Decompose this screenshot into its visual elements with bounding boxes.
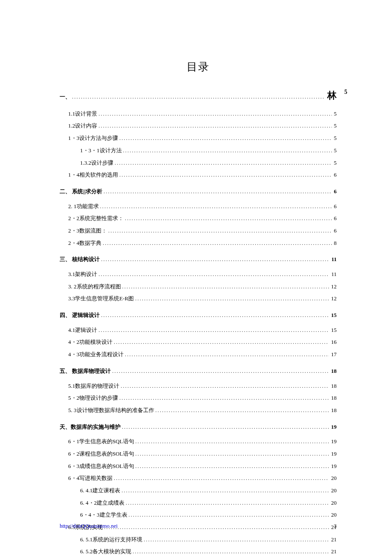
toc-entry-label: 4.1逻辑设计 [68,325,97,336]
toc-entry: 2・4数据字典8 [60,238,337,249]
toc-leader-dots [125,213,332,224]
toc-entry: 6. 4.1建立课程表20 [60,485,337,496]
toc-leader-dots [100,201,332,212]
toc-entry-label: 6. 4.1建立课程表 [80,485,120,496]
toc-leader-dots [144,535,329,545]
toc-entry: 1・4相关软件的选用6 [60,170,337,180]
toc-leader-dots [72,92,324,102]
toc-entry-page: 19 [330,461,337,472]
toc-entry-label: 2. 1功能需求 [68,201,99,212]
toc-entry-label: 1.1设计背景 [68,109,97,119]
toc-entry: 5・2物理设计的步骤18 [60,393,337,404]
toc-entry: 2・2系统完整性需求：6 [60,213,337,224]
toc-entry-label: 1.3.2设计步骤 [80,158,113,169]
toc-entry: 天、数据库的实施与维护19 [60,422,337,433]
toc-entry: 6. 5.1系统的运行支持环境21 [60,535,337,545]
toc-entry-label: 6・1学生信息表的SQL语句 [68,436,134,447]
toc-entry-label: 四、 逻辑辑设计 [60,310,100,321]
footer-link[interactable]: http://donQQuananmo.nei [60,523,118,529]
toc-entry-label: 5. 3设计物理数据库结构的准备工作 [68,405,154,416]
toc-entry-page: 林 [326,87,337,105]
toc-entry: 1.3.2设计步骤5 [60,158,337,169]
toc-entry-page: 20 [330,498,337,509]
toc-entry: 1・3设计方法与步骤5 [60,133,337,144]
toc-entry-label: 二、 系统||求分析 [60,186,102,197]
toc-entry-label: 6. 5.1系统的运行支持环境 [80,535,142,545]
toc-entry: 6・1学生信息表的SQL语句19 [60,436,337,447]
toc-entry-page: 15 [330,310,337,321]
toc-entry: 1.2设计内容5 [60,121,337,131]
toc-entry-page: 12 [330,293,337,304]
toc-leader-dots [98,121,331,131]
toc-leader-dots [133,546,329,555]
toc-entry-page: 6 [333,226,337,236]
toc-entry: 6. 5.2各大模块的实现21 [60,546,337,555]
toc-entry-label: 6. 5.2各大模块的实现 [80,546,131,555]
toc-leader-dots [122,282,329,292]
toc-entry-label: 一、 [60,92,71,102]
toc-entry: 6. 4・2建立成绩表20 [60,498,337,509]
toc-entry: 3.1架构设计11 [60,269,337,280]
toc-entry: 五、 数据库物理设计18 [60,366,337,377]
toc-entry-label: 6・4写进相关数据 [68,473,112,484]
toc-entry: 三、 核结构设计11 [60,254,337,265]
toc-entry-page: 18 [330,381,337,392]
toc-entry: 2. 1功能需求6 [60,201,337,212]
toc-entry: 1.1设计背景5 [60,109,337,119]
toc-entry: 3. 2系统的程序流程图12 [60,282,337,292]
toc-leader-dots [101,310,329,321]
toc-leader-dots [101,254,329,265]
toc-entry: 四、 逻辑辑设计15 [60,310,337,321]
toc-entry-page: 20 [330,510,337,520]
toc-entry-label: 6・3成绩信息表的SOL语句 [68,461,134,472]
toc-leader-dots [104,186,332,197]
toc-entry-page: 6 [333,201,337,212]
toc-leader-dots [135,449,329,459]
toc-entry-label: 4・3功能业务流程设计 [68,349,124,360]
toc-leader-dots [108,226,332,236]
toc-entry-page: 11 [331,254,337,265]
toc-leader-dots [98,325,329,336]
toc-entry-page: 5 [333,121,337,131]
toc-leader-dots [121,381,329,392]
toc-entry-page: 6 [333,186,337,197]
toc-entry-page: 20 [330,473,337,484]
toc-entry-page: 16 [330,337,337,348]
toc-container: 一、林51.1设计背景51.2设计内容51・3设计方法与步骤51・3・1设计方法… [60,87,337,555]
toc-entry-page: 5 [333,145,337,156]
toc-leader-dots [126,498,329,509]
toc-leader-dots [114,337,329,348]
toc-entry: 一、林5 [60,87,337,105]
toc-entry-page: 6 [333,213,337,224]
toc-entry-page: 8 [333,238,337,249]
toc-leader-dots [115,158,332,169]
toc-entry-label: 6・4・3建立学生表 [80,510,127,520]
toc-entry: 二、 系统||求分析6 [60,186,337,197]
toc-entry-label: 3.1架构设计 [68,269,97,280]
toc-entry: 5.1数据库的物理设计18 [60,381,337,392]
toc-entry-page: 5 [333,133,337,144]
toc-leader-dots [129,510,329,520]
toc-entry-page: 5 [333,158,337,169]
toc-entry-label: 天、数据库的实施与维护 [60,422,121,433]
toc-leader-dots [119,393,329,404]
toc-entry-label: 2・2系统完整性需求： [68,213,124,224]
toc-entry: 6・2课程信息表的SOL语句19 [60,449,337,459]
toc-entry-page: 5 [333,109,337,119]
toc-entry: 6・3成绩信息表的SOL语句19 [60,461,337,472]
toc-entry-page: 19 [330,422,337,433]
toc-entry-label: 4・2功能模块设计 [68,337,112,348]
toc-entry-label: 5.1数据库的物理设计 [68,381,119,392]
toc-entry-label: 1.2设计内容 [68,121,97,131]
toc-leader-dots [119,170,332,180]
toc-leader-dots [135,293,329,304]
toc-entry-label: 6・2课程信息表的SOL语句 [68,449,134,459]
toc-leader-dots [119,133,332,144]
toc-leader-dots [98,109,331,119]
toc-entry: 6・4・3建立学生表20 [60,510,337,520]
toc-leader-dots [135,436,329,447]
toc-entry: 4・3功能业务流程设计17 [60,349,337,360]
toc-entry-label: 1・3设计方法与步骤 [68,133,118,144]
toc-title: 目录 [60,60,337,74]
toc-entry-page: 19 [330,436,337,447]
